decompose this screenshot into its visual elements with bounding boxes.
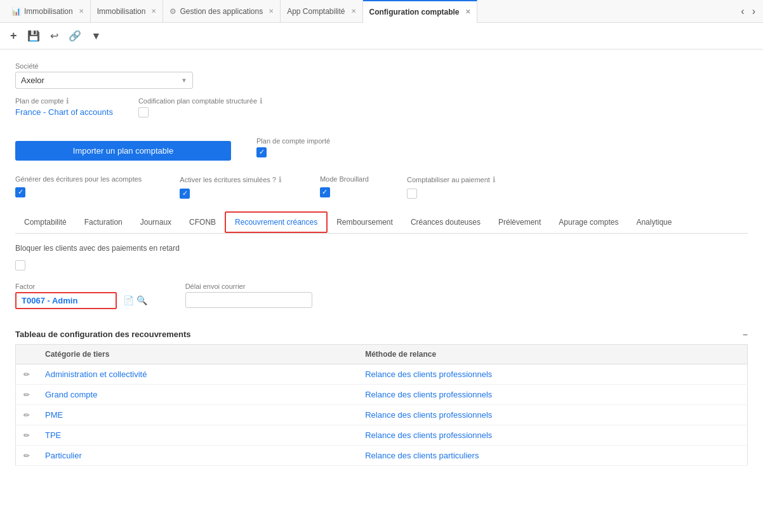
factor-search-icon[interactable]: 🔍 <box>136 295 147 305</box>
factor-label: Factor <box>15 283 147 290</box>
table-header-row: Catégorie de tiers Méthode de relance <box>16 344 748 364</box>
pencil-icon: ✏ <box>23 451 30 460</box>
tab-label-5: Configuration comptable <box>369 8 460 17</box>
activer-info-icon[interactable]: ℹ <box>279 175 282 184</box>
category-cell: PME <box>37 404 357 425</box>
tab-close-2[interactable]: ✕ <box>151 8 156 15</box>
table-row: ✏ Administration et collectivité Relance… <box>16 364 748 384</box>
societe-label: Société <box>15 62 748 70</box>
tab-cfonb[interactable]: CFONB <box>180 211 225 233</box>
table-row: ✏ Grand compte Relance des clients profe… <box>16 384 748 404</box>
edit-cell[interactable]: ✏ <box>16 404 38 425</box>
table-row: ✏ Particulier Relance des clients partic… <box>16 445 748 465</box>
comptabiliser-label: Comptabiliser au paiement ℹ <box>407 175 496 184</box>
method-cell: Relance des clients particuliers <box>357 445 747 465</box>
tab-close-3[interactable]: ✕ <box>269 8 274 15</box>
tab-journaux[interactable]: Journaux <box>131 211 180 233</box>
inner-tabs: Comptabilité Facturation Journaux CFONB … <box>15 211 748 234</box>
save-button[interactable]: 💾 <box>25 29 43 43</box>
th-method: Méthode de relance <box>357 344 747 364</box>
tab-label-1: Immobilisation <box>24 7 73 16</box>
comptabiliser-info-icon[interactable]: ℹ <box>493 175 496 184</box>
tab-label-4: App Comptabilité <box>287 7 345 16</box>
comptabiliser-checkbox[interactable] <box>407 189 417 199</box>
plan-compte-link[interactable]: France - Chart of accounts <box>15 107 113 117</box>
societe-select[interactable]: Axelor ▼ <box>15 72 193 89</box>
pencil-icon: ✏ <box>23 431 30 440</box>
checkboxes-row: Générer des écritures pour les acomptes … <box>15 175 748 199</box>
tab-gestion[interactable]: ⚙ Gestion des applications ✕ <box>163 0 281 23</box>
tab-close-1[interactable]: ✕ <box>79 8 84 15</box>
bloquer-checkbox-row <box>15 260 748 272</box>
tab-prev-button[interactable]: ‹ <box>738 6 746 17</box>
th-category: Catégorie de tiers <box>37 344 357 364</box>
mode-brouillard-label: Mode Brouillard <box>320 175 369 183</box>
delai-input[interactable] <box>185 292 312 308</box>
edit-cell[interactable]: ✏ <box>16 445 38 465</box>
factor-value: T0067 - Admin <box>22 296 77 305</box>
societe-arrow: ▼ <box>181 77 187 84</box>
tab-creances-douteuses[interactable]: Créances douteuses <box>402 211 489 233</box>
tab-immobilisation-2[interactable]: Immobilisation ✕ <box>91 0 164 23</box>
table-collapse-button[interactable]: − <box>743 329 748 340</box>
tab-facturation[interactable]: Facturation <box>76 211 131 233</box>
tab-comptabilite[interactable]: Comptabilité <box>15 211 76 233</box>
tab-remboursement[interactable]: Remboursement <box>328 211 402 233</box>
mode-brouillard-group: Mode Brouillard <box>320 175 369 197</box>
tab-bar: 📊 Immobilisation ✕ Immobilisation ✕ ⚙ Ge… <box>0 0 763 23</box>
category-cell: Grand compte <box>37 384 357 404</box>
gear-icon: ⚙ <box>169 7 176 16</box>
add-button[interactable]: + <box>8 28 20 44</box>
tab-label-3: Gestion des applications <box>180 7 263 16</box>
tab-prelevement[interactable]: Prélèvement <box>489 211 550 233</box>
tab-recouvrement[interactable]: Recouvrement créances <box>225 211 328 233</box>
toolbar: + 💾 ↩ 🔗 ▼ <box>0 23 763 50</box>
tab-close-4[interactable]: ✕ <box>351 8 356 15</box>
bloquer-checkbox[interactable] <box>15 260 25 270</box>
plan-importe-checkbox[interactable] <box>256 147 267 157</box>
plan-importe-label: Plan de compte importé <box>256 137 330 145</box>
import-button[interactable]: Importer un plan comptable <box>15 141 231 161</box>
tab-config-comptable[interactable]: Configuration comptable ✕ <box>363 0 477 23</box>
codification-info-icon[interactable]: ℹ <box>260 96 263 105</box>
tab-apurage-comptes[interactable]: Apurage comptes <box>550 211 627 233</box>
tab-next-button[interactable]: › <box>750 6 758 17</box>
tab-immobilisation-1[interactable]: 📊 Immobilisation ✕ <box>5 0 91 23</box>
category-cell: TPE <box>37 425 357 445</box>
link-button[interactable]: 🔗 <box>66 29 84 43</box>
edit-cell[interactable]: ✏ <box>16 384 38 404</box>
activer-checkbox[interactable] <box>180 189 190 199</box>
pencil-icon: ✏ <box>23 390 30 399</box>
more-button[interactable]: ▼ <box>89 29 104 43</box>
method-cell: Relance des clients professionnels <box>357 364 747 384</box>
tab-close-5[interactable]: ✕ <box>465 8 470 15</box>
tab-icon-1: 📊 <box>11 7 21 16</box>
codification-group: Codification plan comptable structurée ℹ <box>138 96 263 119</box>
societe-group: Société Axelor ▼ <box>15 62 748 89</box>
tab-app-comptabilite[interactable]: App Comptabilité ✕ <box>281 0 362 23</box>
plan-compte-info-icon[interactable]: ℹ <box>66 96 69 105</box>
undo-button[interactable]: ↩ <box>48 29 61 43</box>
mode-brouillard-checkbox[interactable] <box>320 187 330 197</box>
plan-importe-group: Plan de compte importé <box>256 137 330 157</box>
recouvrement-content: Bloquer les clients avec des paiements e… <box>15 244 748 466</box>
plan-codification-row: Plan de compte ℹ France - Chart of accou… <box>15 96 748 127</box>
bloquer-label: Bloquer les clients avec des paiements e… <box>15 244 180 253</box>
tab-label-2: Immobilisation <box>97 7 146 16</box>
tab-analytique[interactable]: Analytique <box>627 211 680 233</box>
factor-group: Factor T0067 - Admin 📄 🔍 <box>15 283 147 319</box>
comptabiliser-group: Comptabiliser au paiement ℹ <box>407 175 496 199</box>
factor-delai-row: Factor T0067 - Admin 📄 🔍 Délai envoi cou… <box>15 283 748 319</box>
pencil-icon: ✏ <box>23 370 30 379</box>
codification-checkbox[interactable] <box>138 107 149 117</box>
method-cell: Relance des clients professionnels <box>357 425 747 445</box>
factor-doc-icon[interactable]: 📄 <box>123 295 134 305</box>
codification-label: Codification plan comptable structurée ℹ <box>138 96 263 105</box>
th-edit <box>16 344 38 364</box>
table-row: ✏ TPE Relance des clients professionnels <box>16 425 748 445</box>
edit-cell[interactable]: ✏ <box>16 425 38 445</box>
tab-navigation: ‹ › <box>738 6 758 17</box>
bloquer-row: Bloquer les clients avec des paiements e… <box>15 244 748 253</box>
edit-cell[interactable]: ✏ <box>16 364 38 384</box>
generer-checkbox[interactable] <box>15 187 25 197</box>
